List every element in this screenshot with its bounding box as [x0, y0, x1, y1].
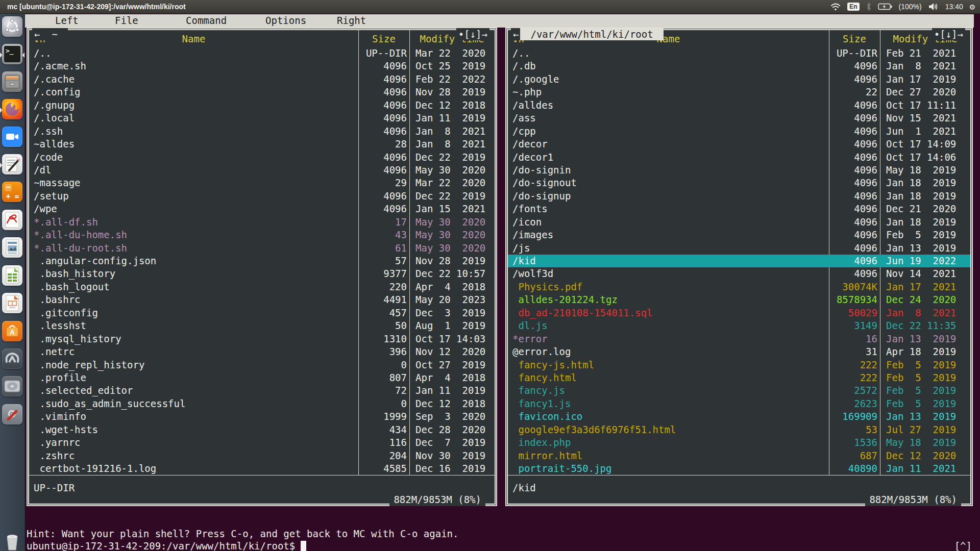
column-header-size[interactable]: Size [829, 33, 880, 46]
file-row[interactable]: /do-signin4096May 18 2019 [508, 164, 970, 177]
file-row[interactable]: .yarnrc116Dec 7 2019 [29, 436, 495, 449]
shell-prompt[interactable]: ubuntu@ip-172-31-42-209:/var/www/html/ki… [27, 540, 306, 551]
file-row[interactable]: *.all-du-root.sh61May 30 2020 [29, 242, 495, 255]
file-row[interactable]: .wget-hsts434Dec 28 2020 [29, 423, 495, 436]
file-row[interactable]: /.ssh4096Jan 8 2021 [29, 125, 495, 138]
file-row[interactable]: index.php1536May 18 2019 [508, 436, 970, 449]
column-header-size[interactable]: Size [358, 33, 409, 46]
file-row[interactable]: /fonts4096Dec 21 2020 [508, 203, 970, 215]
libreoffice-calc-icon[interactable] [2, 265, 22, 286]
file-row[interactable]: /do-signup4096Jan 18 2019 [508, 190, 970, 203]
file-row[interactable]: /images4096Feb 5 2019 [508, 229, 970, 241]
file-row[interactable]: /.db4096Jan 8 2021 [508, 60, 970, 72]
file-row[interactable]: .bash_history9377Dec 22 10:57 [29, 267, 495, 280]
menu-command[interactable]: Command [186, 15, 227, 26]
file-row[interactable]: /..UP--DIRMar 22 2020 [29, 47, 495, 60]
battery-icon[interactable] [878, 3, 892, 10]
disks-icon[interactable] [2, 376, 22, 396]
file-row[interactable]: .netrc396Nov 12 2020 [29, 345, 495, 358]
file-row[interactable]: /.cache4096Feb 22 2022 [29, 73, 495, 86]
ubuntu-software-icon[interactable]: A [2, 321, 22, 341]
file-row[interactable]: db_ad-210108-154011.sql50029Jan 8 2021 [508, 307, 970, 319]
file-row[interactable]: /icon4096Jan 18 2019 [508, 216, 970, 229]
column-header-name[interactable]: Name [29, 33, 358, 46]
gear-icon[interactable]: ⚙ [970, 3, 975, 11]
panel-scroll-marker[interactable]: •[↓]→ [932, 28, 965, 40]
file-row[interactable]: /kid4096Jun 19 2022 [508, 255, 970, 267]
menu-file[interactable]: File [115, 15, 138, 26]
terminal-icon[interactable]: >_ [2, 44, 22, 64]
text-editor-icon[interactable] [2, 154, 22, 174]
file-row[interactable]: /wolf3d4096Nov 14 2021 [508, 267, 970, 280]
file-row[interactable]: /do-signout4096Jan 18 2019 [508, 177, 970, 189]
volume-icon[interactable] [928, 3, 939, 11]
file-row[interactable]: *.all-df.sh17May 30 2020 [29, 216, 495, 229]
file-row[interactable]: fancy.js2572Feb 5 2019 [508, 384, 970, 397]
ubuntu-dash-icon[interactable] [2, 16, 22, 37]
file-row[interactable]: /code4096Dec 22 2019 [29, 151, 495, 164]
wifi-icon[interactable] [830, 3, 841, 11]
file-row[interactable]: ~massage29Mar 22 2020 [29, 177, 495, 189]
libreoffice-doc-icon[interactable] [2, 237, 22, 258]
file-row[interactable]: /js4096Jan 13 2019 [508, 242, 970, 255]
file-row[interactable]: /.google4096Jan 17 2019 [508, 73, 970, 86]
file-row[interactable]: favicon.ico169909Jan 13 2019 [508, 410, 970, 423]
zoom-icon[interactable] [2, 127, 22, 147]
file-row[interactable]: *error16Jan 13 2019 [508, 333, 970, 345]
file-row[interactable]: mirror.html687Dec 12 2020 [508, 449, 970, 462]
file-row[interactable]: .angular-config.json57Nov 28 2019 [29, 255, 495, 267]
file-row[interactable]: .bashrc4491May 20 2023 [29, 293, 495, 306]
file-row[interactable]: /setup4096Dec 22 2019 [29, 190, 495, 203]
panel-title[interactable]: /var/www/html/ki/root [520, 28, 664, 40]
file-row[interactable]: fancy1.js2623Feb 5 2019 [508, 397, 970, 410]
keyboard-layout-badge[interactable]: En [847, 3, 859, 11]
file-row[interactable]: /..UP--DIRFeb 21 2021 [508, 47, 970, 60]
clock[interactable]: 13:40 [945, 3, 963, 11]
firefox-icon[interactable] [2, 99, 22, 119]
file-row[interactable]: .lesshst50Aug 1 2019 [29, 319, 495, 332]
file-row[interactable]: /.acme.sh4096Oct 25 2019 [29, 60, 495, 72]
file-row[interactable]: /cpp4096Jun 1 2021 [508, 125, 970, 138]
file-row[interactable]: /decor14096Oct 17 14:06 [508, 151, 970, 164]
file-row[interactable]: .gitconfig457Dec 3 2019 [29, 307, 495, 319]
file-row[interactable]: alldes-201224.tgz8578934Dec 24 2020 [508, 293, 970, 306]
history-back-icon[interactable]: ← [511, 28, 521, 40]
file-row[interactable]: Physics.pdf30074KJan 17 2021 [508, 281, 970, 293]
system-tweaks-icon[interactable]: ⚙ [2, 404, 22, 424]
menu-left[interactable]: Left [55, 15, 79, 26]
file-row[interactable]: .sudo_as_admin_successful0Dec 12 2018 [29, 397, 495, 410]
file-row[interactable]: .selected_editor72Jan 11 2019 [29, 384, 495, 397]
calculator-icon[interactable]: − + = [2, 182, 22, 202]
file-row[interactable]: .zshrc204Nov 30 2019 [29, 449, 495, 462]
menu-options[interactable]: Options [265, 15, 306, 26]
file-row[interactable]: .profile807Apr 4 2018 [29, 371, 495, 384]
file-row[interactable]: fancy.html222Feb 5 2019 [508, 371, 970, 384]
history-back-icon[interactable]: ← [32, 28, 42, 40]
file-row[interactable]: /.config4096Nov 28 2019 [29, 86, 495, 98]
file-row[interactable]: @error.log31Apr 18 2019 [508, 345, 970, 358]
file-row[interactable]: /.local4096Jan 11 2019 [29, 112, 495, 124]
panel-title[interactable]: ~ [41, 28, 68, 40]
remote-desktop-icon[interactable] [2, 348, 22, 369]
file-row[interactable]: *.all-du-home.sh43May 30 2020 [29, 229, 495, 241]
file-row[interactable]: .bash_logout220Apr 4 2018 [29, 281, 495, 293]
bluetooth-icon[interactable] [866, 3, 871, 11]
file-row[interactable]: /decor4096Oct 17 14:09 [508, 138, 970, 151]
file-row[interactable]: ~.php22Dec 27 2020 [508, 86, 970, 98]
file-row[interactable]: /wpe4096Jan 15 2021 [29, 203, 495, 215]
libreoffice-impress-icon[interactable] [2, 293, 22, 313]
file-row[interactable]: dl.js3149Dec 22 11:35 [508, 319, 970, 332]
file-row[interactable]: /alldes4096Oct 17 11:11 [508, 99, 970, 112]
file-row[interactable]: ~alldes28Jan 8 2021 [29, 138, 495, 151]
document-viewer-icon[interactable] [2, 210, 22, 230]
file-row[interactable]: .node_repl_history0Oct 27 2019 [29, 359, 495, 371]
trash-icon[interactable] [2, 532, 22, 551]
file-row[interactable]: .mysql_history1310Oct 17 14:03 [29, 333, 495, 345]
file-row[interactable]: google9ef3a3d6f6976f51.html53Jul 27 2019 [508, 423, 970, 436]
panel-scroll-marker[interactable]: •[↓]→ [456, 28, 489, 40]
file-row[interactable]: fancy-js.html222Feb 5 2019 [508, 359, 970, 371]
file-row[interactable]: /ass4096Nov 15 2021 [508, 112, 970, 124]
file-row[interactable]: certbot-191216-1.log4585Dec 16 2019 [29, 462, 495, 475]
file-row[interactable]: /dl4096May 30 2020 [29, 164, 495, 177]
menu-right[interactable]: Right [337, 15, 366, 26]
